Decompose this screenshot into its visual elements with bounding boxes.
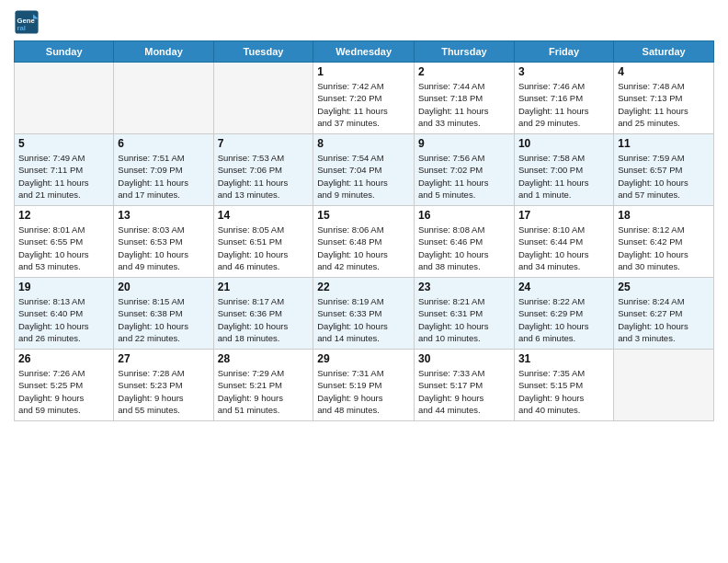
calendar-day-cell: 29Sunrise: 7:31 AMSunset: 5:19 PMDayligh… <box>313 350 415 421</box>
day-number: 4 <box>618 65 710 78</box>
day-info: Sunrise: 8:15 AMSunset: 6:38 PMDaylight:… <box>118 295 209 344</box>
calendar-day-cell: 18Sunrise: 8:12 AMSunset: 6:42 PMDayligh… <box>614 206 714 278</box>
day-info: Sunrise: 8:06 AMSunset: 6:48 PMDaylight:… <box>317 224 410 272</box>
calendar-week-row: 26Sunrise: 7:26 AMSunset: 5:25 PMDayligh… <box>15 350 714 421</box>
day-info: Sunrise: 7:33 AMSunset: 5:17 PMDaylight:… <box>418 367 510 416</box>
calendar-day-header: Sunday <box>15 41 114 63</box>
calendar-day-cell: 31Sunrise: 7:35 AMSunset: 5:15 PMDayligh… <box>514 350 613 421</box>
day-number: 21 <box>218 281 310 293</box>
calendar-day-cell: 13Sunrise: 8:03 AMSunset: 6:53 PMDayligh… <box>114 206 213 278</box>
calendar-day-cell: 20Sunrise: 8:15 AMSunset: 6:38 PMDayligh… <box>114 278 213 350</box>
calendar-day-cell: 30Sunrise: 7:33 AMSunset: 5:17 PMDayligh… <box>414 350 514 421</box>
calendar-day-cell <box>114 63 213 134</box>
day-info: Sunrise: 7:49 AMSunset: 7:11 PMDaylight:… <box>18 152 109 201</box>
day-info: Sunrise: 8:03 AMSunset: 6:53 PMDaylight:… <box>118 224 209 272</box>
day-number: 30 <box>418 352 510 365</box>
day-info: Sunrise: 8:24 AMSunset: 6:27 PMDaylight:… <box>618 295 710 344</box>
day-number: 25 <box>618 281 710 293</box>
day-info: Sunrise: 8:13 AMSunset: 6:40 PMDaylight:… <box>18 295 109 344</box>
day-info: Sunrise: 8:01 AMSunset: 6:55 PMDaylight:… <box>18 224 109 272</box>
day-info: Sunrise: 7:29 AMSunset: 5:21 PMDaylight:… <box>218 367 310 416</box>
calendar-day-header: Tuesday <box>213 41 313 63</box>
day-info: Sunrise: 8:17 AMSunset: 6:36 PMDaylight:… <box>218 295 310 344</box>
day-number: 19 <box>18 281 109 293</box>
day-info: Sunrise: 8:22 AMSunset: 6:29 PMDaylight:… <box>518 295 609 344</box>
day-info: Sunrise: 7:28 AMSunset: 5:23 PMDaylight:… <box>118 367 209 416</box>
day-info: Sunrise: 7:46 AMSunset: 7:16 PMDaylight:… <box>518 80 609 129</box>
day-number: 24 <box>518 281 609 293</box>
day-number: 7 <box>218 137 310 150</box>
day-number: 10 <box>518 137 609 150</box>
calendar-header-row: SundayMondayTuesdayWednesdayThursdayFrid… <box>15 41 714 63</box>
day-info: Sunrise: 7:48 AMSunset: 7:13 PMDaylight:… <box>618 80 710 129</box>
calendar-day-cell: 4Sunrise: 7:48 AMSunset: 7:13 PMDaylight… <box>614 63 714 134</box>
calendar-day-cell: 15Sunrise: 8:06 AMSunset: 6:48 PMDayligh… <box>313 206 415 278</box>
day-info: Sunrise: 7:56 AMSunset: 7:02 PMDaylight:… <box>418 152 510 201</box>
day-number: 20 <box>118 281 209 293</box>
calendar-day-cell: 26Sunrise: 7:26 AMSunset: 5:25 PMDayligh… <box>15 350 114 421</box>
calendar-day-cell <box>213 63 313 134</box>
day-number: 29 <box>317 352 410 365</box>
day-number: 22 <box>317 281 410 293</box>
calendar-day-cell: 6Sunrise: 7:51 AMSunset: 7:09 PMDaylight… <box>114 134 213 206</box>
calendar-day-cell: 11Sunrise: 7:59 AMSunset: 6:57 PMDayligh… <box>614 134 714 206</box>
calendar-table: SundayMondayTuesdayWednesdayThursdayFrid… <box>14 40 714 421</box>
calendar-day-cell: 5Sunrise: 7:49 AMSunset: 7:11 PMDaylight… <box>15 134 114 206</box>
svg-text:ral: ral <box>17 24 26 32</box>
day-number: 23 <box>418 281 510 293</box>
day-info: Sunrise: 7:58 AMSunset: 7:00 PMDaylight:… <box>518 152 609 201</box>
calendar-day-cell: 19Sunrise: 8:13 AMSunset: 6:40 PMDayligh… <box>15 278 114 350</box>
calendar-day-cell: 10Sunrise: 7:58 AMSunset: 7:00 PMDayligh… <box>514 134 613 206</box>
day-info: Sunrise: 7:35 AMSunset: 5:15 PMDaylight:… <box>518 367 609 416</box>
day-number: 11 <box>618 137 710 150</box>
day-number: 2 <box>418 65 510 78</box>
day-number: 3 <box>518 65 609 78</box>
day-info: Sunrise: 7:31 AMSunset: 5:19 PMDaylight:… <box>317 367 410 416</box>
calendar-day-cell: 23Sunrise: 8:21 AMSunset: 6:31 PMDayligh… <box>414 278 514 350</box>
calendar-day-header: Thursday <box>414 41 514 63</box>
day-info: Sunrise: 8:19 AMSunset: 6:33 PMDaylight:… <box>317 295 410 344</box>
calendar-day-cell: 3Sunrise: 7:46 AMSunset: 7:16 PMDaylight… <box>514 63 613 134</box>
calendar-week-row: 12Sunrise: 8:01 AMSunset: 6:55 PMDayligh… <box>15 206 714 278</box>
day-number: 15 <box>317 209 410 222</box>
day-number: 9 <box>418 137 510 150</box>
calendar-day-cell: 28Sunrise: 7:29 AMSunset: 5:21 PMDayligh… <box>213 350 313 421</box>
day-info: Sunrise: 8:05 AMSunset: 6:51 PMDaylight:… <box>218 224 310 272</box>
calendar-day-cell: 25Sunrise: 8:24 AMSunset: 6:27 PMDayligh… <box>614 278 714 350</box>
day-number: 1 <box>317 65 410 78</box>
calendar-day-cell: 24Sunrise: 8:22 AMSunset: 6:29 PMDayligh… <box>514 278 613 350</box>
day-number: 17 <box>518 209 609 222</box>
day-info: Sunrise: 8:12 AMSunset: 6:42 PMDaylight:… <box>618 224 710 272</box>
day-number: 8 <box>317 137 410 150</box>
day-number: 31 <box>518 352 609 365</box>
day-info: Sunrise: 7:44 AMSunset: 7:18 PMDaylight:… <box>418 80 510 129</box>
day-info: Sunrise: 7:42 AMSunset: 7:20 PMDaylight:… <box>317 80 410 129</box>
calendar-day-header: Saturday <box>614 41 714 63</box>
calendar-day-cell <box>15 63 114 134</box>
logo: Gene ral <box>14 9 41 35</box>
day-info: Sunrise: 7:59 AMSunset: 6:57 PMDaylight:… <box>618 152 710 201</box>
day-info: Sunrise: 8:08 AMSunset: 6:46 PMDaylight:… <box>418 224 510 272</box>
day-info: Sunrise: 8:21 AMSunset: 6:31 PMDaylight:… <box>418 295 510 344</box>
calendar-day-cell: 8Sunrise: 7:54 AMSunset: 7:04 PMDaylight… <box>313 134 415 206</box>
day-info: Sunrise: 7:26 AMSunset: 5:25 PMDaylight:… <box>18 367 109 416</box>
day-info: Sunrise: 8:10 AMSunset: 6:44 PMDaylight:… <box>518 224 609 272</box>
calendar-day-cell <box>614 350 714 421</box>
calendar-day-cell: 16Sunrise: 8:08 AMSunset: 6:46 PMDayligh… <box>414 206 514 278</box>
logo-icon: Gene ral <box>14 9 40 35</box>
day-info: Sunrise: 7:53 AMSunset: 7:06 PMDaylight:… <box>218 152 310 201</box>
calendar-day-cell: 21Sunrise: 8:17 AMSunset: 6:36 PMDayligh… <box>213 278 313 350</box>
calendar-day-header: Wednesday <box>313 41 415 63</box>
calendar-day-header: Friday <box>514 41 613 63</box>
calendar-day-cell: 14Sunrise: 8:05 AMSunset: 6:51 PMDayligh… <box>213 206 313 278</box>
day-info: Sunrise: 7:54 AMSunset: 7:04 PMDaylight:… <box>317 152 410 201</box>
day-number: 12 <box>18 209 109 222</box>
day-number: 5 <box>18 137 109 150</box>
calendar-day-header: Monday <box>114 41 213 63</box>
calendar-week-row: 5Sunrise: 7:49 AMSunset: 7:11 PMDaylight… <box>15 134 714 206</box>
day-info: Sunrise: 7:51 AMSunset: 7:09 PMDaylight:… <box>118 152 209 201</box>
calendar-day-cell: 17Sunrise: 8:10 AMSunset: 6:44 PMDayligh… <box>514 206 613 278</box>
day-number: 28 <box>218 352 310 365</box>
calendar-day-cell: 9Sunrise: 7:56 AMSunset: 7:02 PMDaylight… <box>414 134 514 206</box>
page-container: Gene ral SundayMondayTuesdayWednesdayThu… <box>0 0 728 426</box>
